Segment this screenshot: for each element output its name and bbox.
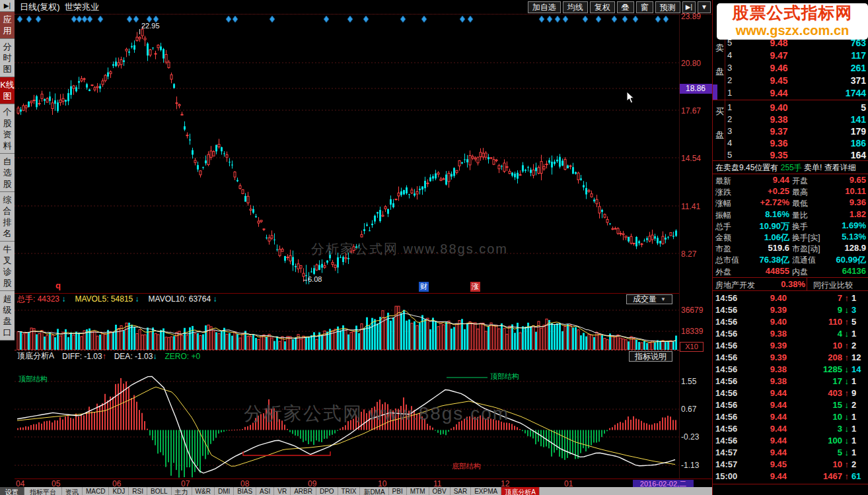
sidebar-item-2[interactable]: 分时图 (0, 39, 15, 77)
sidebar-item-5[interactable]: 自选股 (0, 154, 15, 192)
industry-name[interactable]: 房地产开发 (715, 280, 755, 291)
watermark-main: 分析家公式网 www.88gs.com (284, 240, 535, 258)
limit-up-marker[interactable]: 涨 (470, 282, 480, 292)
stat-label: 市盈 (715, 244, 731, 255)
indicator-help-button[interactable]: 指标说明 (629, 351, 672, 362)
indicator-tab-TRIX[interactable]: TRIX (338, 487, 361, 495)
indicator-tab-资讯[interactable]: 资讯 (62, 487, 83, 495)
current-level-marker (713, 84, 717, 100)
titlebar-button-4[interactable]: 叠 (617, 1, 634, 13)
buy-price-5[interactable]: 9.35 (752, 150, 805, 160)
tick-time: 14:56 (715, 364, 737, 374)
signal-diamond-icon (363, 16, 369, 22)
signal-diamond-icon (596, 16, 601, 22)
tick-volume: 100 ↓ (781, 436, 849, 446)
tick-count: 1 (851, 293, 867, 303)
indicator-tab-MTM[interactable]: MTM (407, 487, 429, 495)
signal-diamond-icon (547, 16, 552, 22)
buy-price-4[interactable]: 9.36 (752, 138, 805, 148)
tick-time: 14:56 (715, 341, 737, 350)
stock-name: 世荣兆业 (65, 2, 99, 12)
zero-value: ZERO: +0 (164, 352, 200, 361)
indicator-platform-button[interactable]: 指标平台 (24, 487, 62, 495)
indicator-tab-VR[interactable]: VR (274, 487, 291, 495)
buy-volume-4: 186 (799, 138, 866, 148)
stat-label: 振幅 (715, 210, 731, 221)
indicator-tab-W&R[interactable]: W&R (192, 487, 215, 495)
arrow-up-icon: ↑ (845, 459, 850, 469)
price-axis-label: 17.67 (681, 106, 701, 116)
tick-volume: 403 ↑ (781, 388, 849, 398)
tick-count: 61 (851, 471, 867, 481)
titlebar-button-2[interactable]: 均线 (563, 1, 588, 13)
view-detail-link[interactable]: 卖单! 查看详细 (804, 163, 856, 172)
volume-type-selector[interactable]: 成交量▼ (626, 294, 672, 304)
signal-diamond-icon (555, 16, 560, 22)
buy-side-label: 买 (715, 106, 725, 117)
sell-level-2: 2 (727, 75, 737, 85)
peak-tick (139, 29, 140, 34)
buy-level-5: 5 (727, 150, 737, 160)
tick-volume: 208 ↑ (781, 352, 849, 362)
indicator-tab-EXPMA[interactable]: EXPMA (471, 487, 501, 495)
sell-price-3[interactable]: 9.46 (752, 63, 805, 73)
sell-price-2[interactable]: 9.45 (752, 75, 805, 86)
buy-price-3[interactable]: 9.37 (752, 126, 805, 137)
sidebar-item-4[interactable]: 个股资料 (0, 104, 15, 154)
indicator-tab-BOLL[interactable]: BOLL (147, 487, 172, 495)
indicator-tab-DPO[interactable]: DPO (316, 487, 338, 495)
ad-title: 股票公式指标网 (717, 3, 868, 22)
buy-level-1: 1 (727, 102, 737, 112)
stat-value: 9.44 (739, 175, 789, 185)
titlebar-dropdown-icon[interactable]: ▼ (698, 1, 711, 13)
indicator-tab-SAR[interactable]: SAR (451, 487, 472, 495)
ad-banner[interactable]: 股票公式指标网 www.gszx.com.cn (717, 3, 868, 40)
event-marker-q[interactable]: q (55, 280, 61, 290)
indicator-tab-OBV[interactable]: OBV (429, 487, 451, 495)
indicator-tab-MACD[interactable]: MACD (83, 487, 109, 495)
industry-compare-link[interactable]: 同行业比较 (813, 280, 853, 291)
sidebar-item-8[interactable]: 超级盘口 (0, 291, 15, 341)
indicator-tabbar: 设置指标平台资讯MACDKDJRSIBOLL主力W&RDMIBIASASIVRA… (0, 487, 713, 495)
indicator-tab-主力[interactable]: 主力 (172, 487, 192, 495)
tick-count: 3 (851, 305, 867, 315)
stat-value: 9.65 (816, 175, 866, 185)
stat-label: 量比 (792, 210, 808, 221)
titlebar-button-6[interactable]: 预测 (655, 1, 680, 13)
indicator-tab-BIAS[interactable]: BIAS (234, 487, 256, 495)
sidebar-item-7[interactable]: 牛叉诊股 (0, 242, 15, 291)
indicator-title: 顶底分析A (17, 350, 54, 362)
buy-side-label: 盘 (715, 129, 725, 141)
indicator-tab-ASI[interactable]: ASI (256, 487, 274, 495)
sidebar-item-6[interactable]: 综合排名 (0, 192, 15, 242)
sell-price-1[interactable]: 9.44 (752, 88, 805, 98)
titlebar-button-1[interactable]: 加自选 (528, 1, 561, 13)
titlebar-button-5[interactable]: 窗 (636, 1, 653, 13)
indicator-tab-顶底分析A[interactable]: 顶底分析A (501, 487, 540, 495)
sell-price-4[interactable]: 9.47 (752, 50, 805, 61)
stat-label: 最低 (792, 198, 808, 209)
buy-price-1[interactable]: 9.40 (752, 102, 805, 113)
titlebar-button-3[interactable]: 复权 (590, 1, 615, 13)
settings-button[interactable]: 设置 (0, 487, 24, 495)
indicator-tab-DMI[interactable]: DMI (215, 487, 234, 495)
trough-tick (303, 280, 307, 280)
sidebar-item-1[interactable]: 应用 (0, 12, 15, 39)
sidebar-item-3[interactable]: K线图 (0, 77, 15, 104)
buy-price-2[interactable]: 9.38 (752, 114, 805, 125)
arrow-up-icon: ↑ (845, 352, 850, 362)
volume-axis-label: 36679 (681, 306, 703, 315)
indicator-tab-RSI[interactable]: RSI (129, 487, 147, 495)
peak-price-label: 22.95 (141, 22, 160, 30)
news-marker[interactable]: 财 (419, 282, 429, 292)
tick-time: 14:57 (715, 447, 737, 457)
indicator-tab-PBI[interactable]: PBI (389, 487, 407, 495)
stat-value: 10.90万 (739, 220, 789, 232)
next-period-icon[interactable]: ▶| (682, 1, 696, 13)
indicator-tab-新DMA[interactable]: 新DMA (360, 487, 388, 495)
indicator-tab-KDJ[interactable]: KDJ (109, 487, 129, 495)
collapse-sidebar-icon[interactable]: ▶| (0, 0, 15, 12)
volume-chart[interactable] (15, 305, 679, 350)
arrow-up-icon: ↑ (845, 341, 850, 350)
indicator-tab-ARBR[interactable]: ARBR (291, 487, 316, 495)
